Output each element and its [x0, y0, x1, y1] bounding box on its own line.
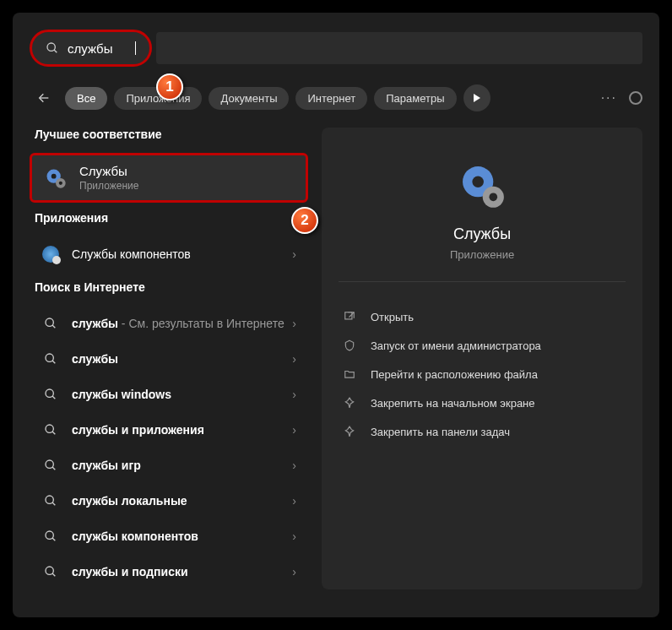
web-result-item[interactable]: службы› [30, 341, 308, 377]
svg-point-20 [46, 531, 53, 539]
action-label: Открыть [371, 311, 414, 323]
svg-point-18 [46, 496, 53, 503]
best-match-sub: Приложение [79, 180, 294, 192]
svg-point-10 [46, 354, 53, 361]
app-result-item[interactable]: Службы компонентов › [30, 236, 308, 272]
web-result-label: службы [72, 352, 292, 366]
svg-point-7 [59, 181, 62, 184]
filter-internet[interactable]: Интернет [295, 87, 367, 110]
svg-point-14 [46, 425, 53, 432]
filter-docs[interactable]: Документы [209, 87, 289, 110]
action-label: Закрепить на начальном экране [371, 397, 535, 410]
action-folder[interactable]: Перейти к расположению файла [322, 360, 642, 388]
overflow-menu-icon[interactable]: ··· [601, 90, 617, 106]
svg-point-8 [46, 318, 53, 326]
svg-point-27 [489, 193, 497, 201]
svg-point-22 [46, 567, 53, 574]
chevron-right-icon: › [292, 247, 296, 261]
web-result-label: службы windows [72, 388, 292, 401]
services-app-icon [44, 166, 68, 190]
svg-line-1 [54, 50, 57, 52]
svg-point-16 [46, 460, 53, 468]
svg-point-5 [51, 173, 57, 178]
svg-point-12 [46, 389, 53, 397]
svg-line-23 [52, 573, 55, 576]
web-result-label: службы локальные [72, 494, 292, 508]
search-icon [41, 385, 60, 404]
search-icon [41, 456, 60, 475]
web-result-item[interactable]: службы - См. результаты в Интернете› [30, 306, 308, 341]
open-icon [342, 309, 357, 324]
annotation-badge-1: 1 [156, 73, 183, 100]
component-services-icon [41, 245, 60, 263]
search-icon [41, 527, 60, 546]
more-filters-button[interactable] [463, 84, 490, 111]
svg-line-17 [52, 467, 55, 470]
back-button[interactable] [30, 84, 58, 112]
action-pin[interactable]: Закрепить на начальном экране [322, 388, 642, 417]
svg-marker-3 [474, 94, 480, 102]
search-container: службы [30, 30, 642, 67]
chevron-right-icon: › [292, 317, 296, 330]
action-label: Перейти к расположению файла [371, 368, 538, 381]
web-result-label: службы компонентов [72, 530, 292, 543]
search-bar[interactable]: службы [30, 30, 152, 67]
preview-panel: Службы Приложение ОткрытьЗапуск от имени… [322, 128, 642, 589]
svg-line-15 [52, 432, 55, 434]
search-icon [41, 350, 60, 368]
web-result-item[interactable]: службы компонентов› [30, 519, 308, 554]
svg-line-11 [52, 361, 55, 363]
search-icon [41, 492, 60, 510]
best-match-title: Службы [79, 164, 294, 178]
section-best-match: Лучшее соответствие [35, 128, 308, 141]
preview-sub: Приложение [322, 248, 642, 261]
filter-all[interactable]: Все [65, 87, 107, 110]
preview-title: Службы [322, 225, 642, 243]
chevron-right-icon: › [292, 494, 296, 508]
account-icon[interactable] [629, 91, 642, 105]
action-pin[interactable]: Закрепить на панели задач [322, 417, 642, 446]
svg-point-0 [47, 43, 55, 51]
svg-line-13 [52, 396, 55, 399]
chevron-right-icon: › [292, 352, 296, 366]
best-match-item[interactable]: Службы Приложение [30, 153, 308, 203]
svg-line-9 [52, 325, 55, 328]
chevron-right-icon: › [292, 530, 296, 543]
chevron-right-icon: › [292, 565, 296, 578]
app-result-label: Службы компонентов [72, 247, 292, 261]
pin-icon [342, 424, 357, 439]
chevron-right-icon: › [292, 388, 296, 401]
svg-line-29 [349, 312, 354, 318]
svg-point-25 [472, 176, 484, 187]
chevron-right-icon: › [292, 459, 296, 472]
search-bar-bg[interactable] [156, 32, 642, 64]
web-result-item[interactable]: службы игр› [30, 448, 308, 483]
filter-row: Все Приложения Документы Интернет Параме… [13, 84, 659, 128]
filter-settings[interactable]: Параметры [374, 87, 456, 110]
search-icon [41, 314, 60, 333]
results-panel: Лучшее соответствие Службы Приложение Пр… [30, 128, 308, 589]
folder-icon [342, 367, 357, 382]
web-result-item[interactable]: службы windows› [30, 377, 308, 412]
svg-line-19 [52, 502, 55, 505]
web-result-item[interactable]: службы и подписки› [30, 554, 308, 589]
web-result-label: службы игр [72, 459, 292, 472]
web-result-item[interactable]: службы локальные› [30, 483, 308, 519]
preview-app-icon [458, 161, 507, 210]
search-icon [41, 421, 60, 439]
admin-icon [342, 338, 357, 353]
svg-line-21 [52, 538, 55, 540]
web-result-label: службы - См. результаты в Интернете [72, 317, 292, 330]
web-result-item[interactable]: службы и приложения› [30, 412, 308, 448]
chevron-right-icon: › [292, 423, 296, 437]
search-input[interactable]: службы [68, 41, 135, 56]
pin-icon [342, 395, 357, 410]
divider [339, 281, 626, 282]
web-result-label: службы и приложения [72, 423, 292, 437]
search-icon [46, 41, 59, 55]
search-icon [41, 562, 60, 581]
section-web: Поиск в Интернете [35, 280, 308, 294]
text-cursor [135, 41, 136, 55]
action-admin[interactable]: Запуск от имени администратора [322, 331, 642, 360]
action-open[interactable]: Открыть [322, 302, 642, 331]
